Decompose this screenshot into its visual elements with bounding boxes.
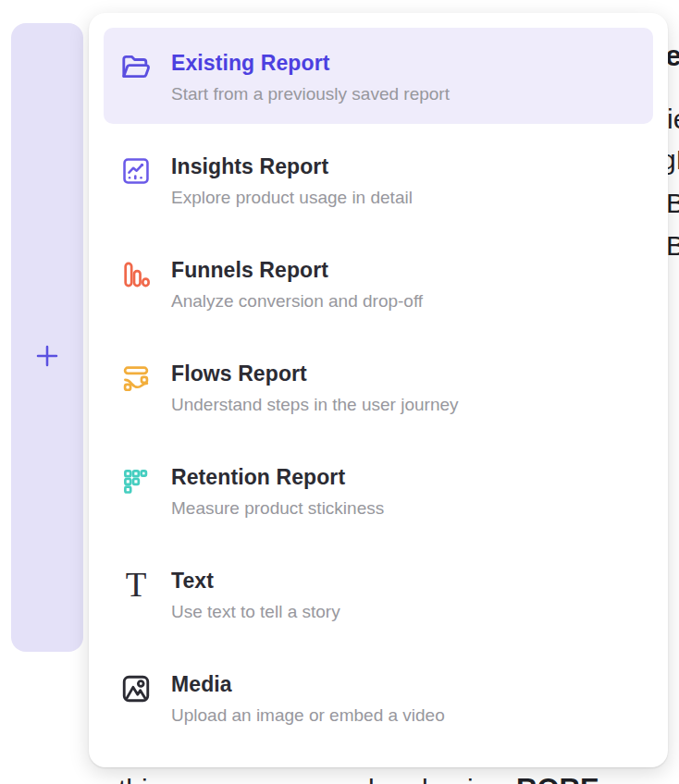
menu-item-subtitle: Analyze conversion and drop-off: [171, 291, 423, 312]
menu-item-subtitle: Use text to tell a story: [171, 602, 340, 623]
menu-item-text-block[interactable]: T Text Use text to tell a story: [104, 545, 653, 642]
media-image-icon: [118, 671, 154, 706]
background-text-fragment: thi: [118, 774, 148, 784]
menu-item-title: Existing Report: [171, 51, 450, 75]
retention-grid-icon: [118, 464, 154, 499]
plus-icon: [32, 341, 62, 371]
menu-item-text: Funnels Report Analyze conversion and dr…: [171, 258, 423, 312]
menu-item-subtitle: Understand steps in the user journey: [171, 395, 459, 416]
menu-item-existing-report[interactable]: Existing Report Start from a previously …: [104, 28, 653, 124]
menu-item-title: Retention Report: [171, 465, 384, 489]
background-text-fragment: i: [467, 774, 474, 784]
menu-item-text: Flows Report Understand steps in the use…: [171, 361, 459, 416]
menu-item-text: Text Use text to tell a story: [171, 569, 340, 623]
menu-item-text: Media Upload an image or embed a video: [171, 672, 445, 727]
menu-item-subtitle: Start from a previously saved report: [171, 84, 450, 105]
menu-item-subtitle: Upload an image or embed a video: [171, 705, 445, 727]
menu-item-subtitle: Explore product usage in detail: [171, 188, 413, 209]
insights-chart-icon: [118, 153, 154, 189]
background-text-fragment: d: [413, 774, 428, 784]
background-text-fragment: RORE: [516, 773, 599, 784]
add-report-menu: Existing Report Start from a previously …: [89, 13, 668, 767]
background-text-fragment: d: [359, 774, 375, 784]
menu-item-media-block[interactable]: Media Upload an image or embed a video: [104, 649, 653, 745]
menu-item-text: Insights Report Explore product usage in…: [171, 154, 413, 209]
flows-icon: [118, 361, 154, 396]
text-icon: T: [118, 568, 154, 603]
menu-item-title: Flows Report: [171, 361, 459, 386]
menu-item-text: Existing Report Start from a previously …: [171, 51, 450, 105]
sidebar-rail: [11, 23, 83, 652]
menu-item-text: Retention Report Measure product stickin…: [171, 465, 384, 520]
menu-item-title: Text: [171, 569, 340, 593]
menu-item-funnels-report[interactable]: Funnels Report Analyze conversion and dr…: [104, 235, 653, 331]
folder-open-icon: [118, 50, 154, 85]
menu-item-title: Funnels Report: [171, 258, 423, 282]
menu-item-flows-report[interactable]: Flows Report Understand steps in the use…: [104, 338, 653, 435]
menu-item-title: Insights Report: [171, 154, 413, 178]
menu-item-insights-report[interactable]: Insights Report Explore product usage in…: [104, 131, 653, 227]
background-text-fragment: ie: [667, 104, 679, 135]
menu-item-subtitle: Measure product stickiness: [171, 498, 384, 520]
menu-item-retention-report[interactable]: Retention Report Measure product stickin…: [104, 442, 653, 538]
background-text-fragment: B: [666, 230, 679, 262]
add-report-button[interactable]: [29, 337, 66, 374]
menu-item-title: Media: [171, 672, 445, 696]
background-text-fragment: B: [666, 188, 679, 219]
funnel-bars-icon: [118, 257, 154, 292]
